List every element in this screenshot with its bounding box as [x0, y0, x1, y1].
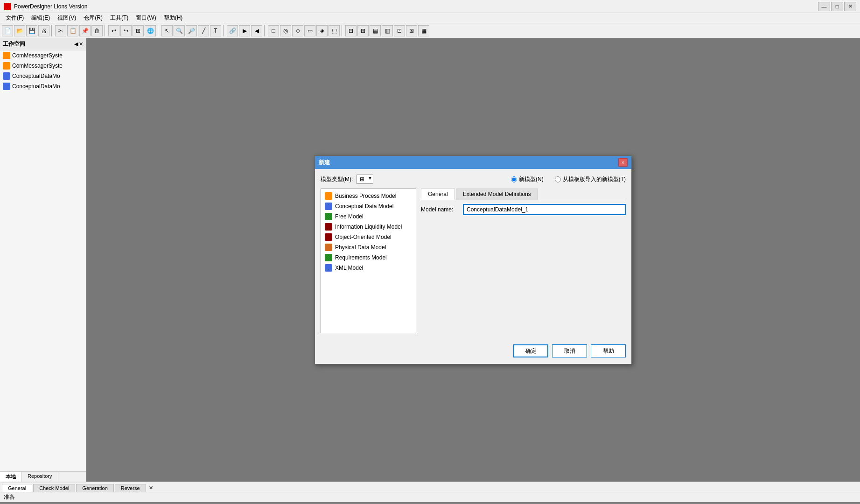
menu-tools[interactable]: 工具(T) [106, 13, 132, 23]
model-label-3: Information Liquidity Model [335, 224, 402, 230]
radio-import-model[interactable]: 从模板版导入的新模型(T) [555, 175, 626, 183]
model-icon-1 [325, 203, 332, 210]
toolbar-forward[interactable]: ▶ [239, 25, 250, 36]
toolbar-view1[interactable]: ⊡ [394, 25, 405, 36]
dialog-ok-button[interactable]: 确定 [513, 344, 548, 357]
model-icon-5 [325, 244, 332, 251]
toolbar-align3[interactable]: ▤ [370, 25, 381, 36]
dialog-cancel-button[interactable]: 取消 [552, 344, 587, 357]
toolbar-open[interactable]: 📂 [14, 25, 25, 36]
toolbar-paste[interactable]: 📌 [79, 25, 91, 36]
dialog-tab-general[interactable]: General [421, 189, 455, 200]
close-button[interactable]: ✕ [844, 2, 856, 11]
bottom-tab-generation[interactable]: Generation [76, 484, 113, 492]
bottom-tab-close[interactable]: ✕ [147, 484, 155, 492]
toolbar-shape3[interactable]: ◇ [292, 25, 303, 36]
tree-item-3[interactable]: ConceptualDataMo [0, 81, 86, 91]
panel-tab-repository[interactable]: Repository [22, 472, 58, 482]
toolbar-back[interactable]: ◀ [251, 25, 262, 36]
toolbar-page[interactable]: ⊞ [133, 25, 144, 36]
radio-import-input[interactable] [555, 176, 561, 182]
radio-new-model[interactable]: 新模型(N) [511, 175, 544, 183]
toolbar-delete[interactable]: 🗑 [91, 25, 103, 36]
modal-overlay: 新建 × 模型类型(M): ⊞ ▼ [86, 38, 860, 482]
model-list-item-3[interactable]: Information Liquidity Model [321, 222, 416, 232]
toolbar-align1[interactable]: ⊟ [345, 25, 357, 36]
toolbar-copy[interactable]: 📋 [67, 25, 78, 36]
toolbar-zoom-in[interactable]: 🔍 [174, 25, 185, 36]
dialog-tab-extended[interactable]: Extended Model Definitions [456, 189, 538, 200]
toolbar-print[interactable]: 🖨 [38, 25, 49, 36]
toolbar-shape4[interactable]: ▭ [304, 25, 315, 36]
panel-collapse-btn[interactable]: ◀ [74, 41, 78, 47]
toolbar-sep1 [51, 25, 53, 36]
model-type-label: 模型类型(M): [321, 175, 353, 183]
model-label-1: Conceptual Data Model [335, 203, 393, 210]
maximize-button[interactable]: □ [831, 2, 843, 11]
toolbar-view3[interactable]: ▦ [418, 25, 429, 36]
bottom-tab-general[interactable]: General [2, 484, 32, 492]
bottom-tab-reverse[interactable]: Reverse [115, 484, 146, 492]
dialog-close-button[interactable]: × [618, 158, 628, 167]
bottom-tab-check[interactable]: Check Model [33, 484, 75, 492]
model-list-item-5[interactable]: Physical Data Model [321, 242, 416, 252]
toolbar-sep4 [223, 25, 225, 36]
tree-item-1[interactable]: ComMessagerSyste [0, 61, 86, 71]
bottom-tabs-bar: General Check Model Generation Reverse ✕ [0, 482, 860, 492]
left-panel: 工作空间 ◀ ✕ ComMessagerSyste ComMessagerSys… [0, 38, 86, 482]
tree-item-2[interactable]: ConceptualDataMo [0, 71, 86, 81]
radio-new-input[interactable] [511, 176, 517, 182]
menu-view[interactable]: 视图(V) [54, 13, 80, 23]
model-list-item-0[interactable]: Business Process Model [321, 191, 416, 201]
panel-tab-local[interactable]: 本地 [0, 472, 22, 482]
model-name-input[interactable] [463, 204, 626, 215]
toolbar-link[interactable]: 🔗 [227, 25, 238, 36]
toolbar-align2[interactable]: ⊞ [357, 25, 369, 36]
model-list-item-2[interactable]: Free Model [321, 211, 416, 222]
model-icon-7 [325, 264, 332, 272]
model-name-label: Model name: [421, 206, 463, 213]
model-list-item-7[interactable]: XML Model [321, 263, 416, 273]
minimize-button[interactable]: — [818, 2, 830, 11]
toolbar-zoom-out[interactable]: 🔎 [186, 25, 197, 36]
toolbar-view2[interactable]: ⊠ [406, 25, 417, 36]
toolbar-line[interactable]: ╱ [198, 25, 209, 36]
toolbar-shape1[interactable]: □ [268, 25, 279, 36]
toolbar-new[interactable]: 📄 [2, 25, 13, 36]
dialog-content: Business Process Model Conceptual Data M… [321, 189, 626, 333]
model-type-dropdown[interactable]: ⊞ ▼ [357, 175, 373, 184]
toolbar-redo[interactable]: ↪ [120, 25, 132, 36]
toolbar-shape5[interactable]: ◈ [316, 25, 328, 36]
toolbar-undo[interactable]: ↩ [108, 25, 119, 36]
toolbar-sep6 [342, 25, 343, 36]
dropdown-grid-icon: ⊞ [360, 176, 364, 182]
toolbar-shape2[interactable]: ◎ [280, 25, 291, 36]
model-list-item-6[interactable]: Requirements Model [321, 252, 416, 263]
menu-window[interactable]: 窗口(W) [132, 13, 160, 23]
toolbar-shape6[interactable]: ⬚ [329, 25, 340, 36]
model-list-item-4[interactable]: Object-Oriented Model [321, 232, 416, 242]
model-label-7: XML Model [335, 265, 363, 271]
menu-edit[interactable]: 编辑(E) [28, 13, 54, 23]
model-icon-0 [325, 192, 332, 200]
menu-bar: 文件(F) 编辑(E) 视图(V) 仓库(R) 工具(T) 窗口(W) 帮助(H… [0, 13, 860, 23]
toolbar-web[interactable]: 🌐 [145, 25, 156, 36]
tree-label-3: ConceptualDataMo [12, 83, 60, 90]
panel-close-btn[interactable]: ✕ [79, 41, 83, 47]
tree-item-0[interactable]: ComMessagerSyste [0, 50, 86, 61]
menu-file[interactable]: 文件(F) [2, 13, 28, 23]
menu-repository[interactable]: 仓库(R) [80, 13, 106, 23]
model-label-0: Business Process Model [335, 193, 396, 199]
toolbar-save[interactable]: 💾 [26, 25, 37, 36]
toolbar-cut[interactable]: ✂ [55, 25, 66, 36]
toolbar: 📄 📂 💾 🖨 ✂ 📋 📌 🗑 ↩ ↪ ⊞ 🌐 ↖ 🔍 🔎 ╱ T 🔗 ▶ ◀ … [0, 23, 860, 38]
model-list-item-1[interactable]: Conceptual Data Model [321, 201, 416, 211]
dialog-help-button[interactable]: 帮助 [591, 344, 626, 357]
model-icon-3 [325, 223, 332, 231]
model-label-2: Free Model [335, 213, 364, 220]
toolbar-arrow[interactable]: ↖ [161, 25, 173, 36]
toolbar-align4[interactable]: ▥ [382, 25, 393, 36]
workspace-header: 工作空间 ◀ ✕ [0, 38, 86, 50]
menu-help[interactable]: 帮助(H) [160, 13, 187, 23]
toolbar-text[interactable]: T [210, 25, 221, 36]
